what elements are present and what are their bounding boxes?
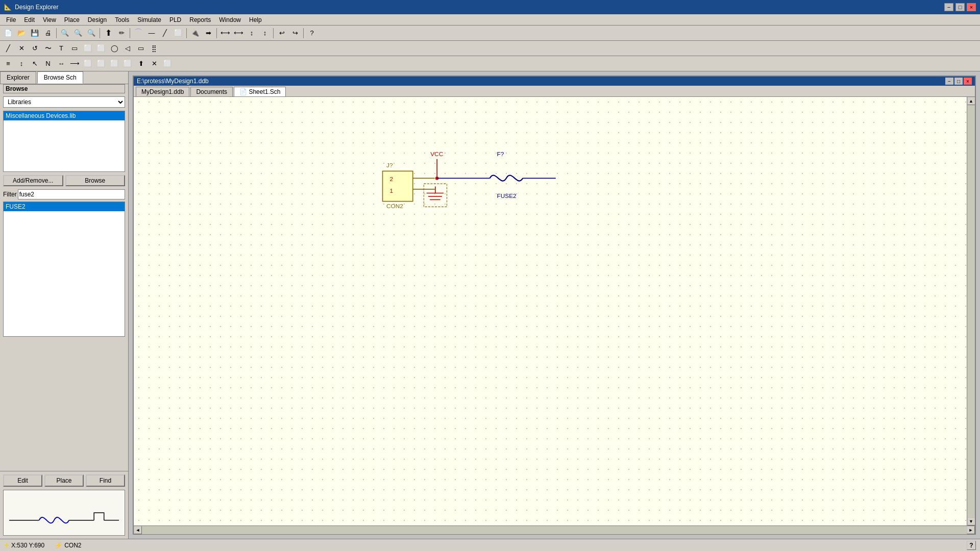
menu-simulate[interactable]: Simulate [133, 15, 165, 24]
align-left-button[interactable]: ↕ [246, 27, 258, 39]
component-item-fuse2[interactable]: FUSE2 [4, 202, 125, 211]
box4-button[interactable]: ⬜ [95, 58, 107, 70]
scroll-left-button[interactable]: ◄ [134, 526, 142, 534]
scroll-track-horizontal[interactable] [142, 526, 967, 534]
mirror-x-button[interactable]: ⟷ [219, 27, 231, 39]
rotate-button[interactable]: ↺ [29, 42, 41, 55]
maximize-button[interactable]: □ [955, 3, 965, 11]
filter-input[interactable] [18, 189, 125, 199]
menu-file[interactable]: File [2, 15, 20, 24]
align-v-button[interactable]: ↕ [15, 58, 28, 70]
tab-explorer[interactable]: Explorer [0, 71, 36, 84]
sep-3 [130, 28, 130, 38]
line-button[interactable]: ╱ [2, 42, 14, 55]
menu-window[interactable]: Window [215, 15, 245, 24]
open-button[interactable]: 📂 [15, 27, 28, 39]
print-button[interactable]: 🖨 [42, 27, 54, 39]
sch-close-button[interactable]: × [964, 78, 972, 85]
select-button[interactable]: ↖ [29, 58, 41, 70]
schematic-tabs: MyDesign1.ddb Documents 📄 Sheet1.Sch [134, 86, 975, 97]
wire-button[interactable]: ⌒ [132, 27, 144, 39]
move-button[interactable]: ≡ [2, 58, 14, 70]
edit-button[interactable]: Edit [3, 474, 42, 487]
libraries-list: Miscellaneous Devices.lib [3, 111, 125, 172]
grid-button[interactable]: ⣿ [148, 42, 160, 55]
menu-edit[interactable]: Edit [20, 15, 39, 24]
schematic-controls: − □ × [945, 78, 972, 85]
menu-reports[interactable]: Reports [185, 15, 215, 24]
square-button[interactable]: ⬜ [82, 42, 94, 55]
tab-browse-sch[interactable]: Browse Sch [37, 71, 83, 84]
special-button[interactable]: ⬜ [161, 58, 174, 70]
net-button[interactable]: N [42, 58, 54, 70]
svg-text:F?: F? [497, 151, 504, 158]
pen-button[interactable]: ✏ [115, 27, 128, 39]
left-panel: Explorer Browse Sch Browse Libraries Com… [0, 71, 129, 539]
undo-button[interactable]: ↩ [276, 27, 288, 39]
component-button[interactable]: 🔌 [189, 27, 201, 39]
library-item-misc[interactable]: Miscellaneous Devices.lib [4, 111, 125, 120]
menu-pld[interactable]: PLD [165, 15, 185, 24]
zoom-out-button[interactable]: 🔍 [72, 27, 84, 39]
help-status-icon[interactable]: ? [967, 541, 976, 550]
sch-maximize-button[interactable]: □ [954, 78, 963, 85]
new-button[interactable]: 📄 [2, 27, 14, 39]
minimize-button[interactable]: − [944, 3, 953, 11]
scroll-right-button[interactable]: ► [967, 526, 975, 534]
save-button[interactable]: 💾 [29, 27, 41, 39]
mirror-y-button[interactable]: ⟷ [232, 27, 244, 39]
box3-button[interactable]: ⬜ [82, 58, 94, 70]
window-controls: − □ × [944, 3, 976, 11]
box5-button[interactable]: ⬜ [108, 58, 120, 70]
tab-documents[interactable]: Documents [190, 87, 233, 96]
place-button[interactable]: Place [44, 474, 84, 487]
libraries-dropdown[interactable]: Libraries Components Footprints [3, 96, 125, 108]
redo-button[interactable]: ↪ [289, 27, 301, 39]
cross-button[interactable]: ✕ [15, 42, 28, 55]
sch-minimize-button[interactable]: − [945, 78, 953, 85]
schematic-area: E:\protess\MyDesign1.ddb − □ × MyDesign1… [129, 71, 980, 539]
filter-label: Filter [3, 191, 17, 198]
no-erc-button[interactable]: ⬜ [172, 27, 184, 39]
menu-place[interactable]: Place [60, 15, 84, 24]
align-right-button[interactable]: ↕ [259, 27, 271, 39]
close-button[interactable]: × [967, 3, 976, 11]
arc-button[interactable]: ◁ [121, 42, 134, 55]
menu-view[interactable]: View [39, 15, 60, 24]
scroll-down-button[interactable]: ▼ [967, 517, 975, 525]
box-button[interactable]: ▭ [135, 42, 147, 55]
circle-button[interactable]: ◯ [108, 42, 120, 55]
schematic-canvas[interactable]: 2 1 J? CON2 VCC [134, 97, 967, 525]
menu-design[interactable]: Design [84, 15, 111, 24]
scroll-track-vertical[interactable] [967, 105, 975, 517]
junction-button[interactable]: ╱ [159, 27, 171, 39]
filter-row: Filter [3, 189, 125, 199]
scroll-up-button[interactable]: ⬆ [102, 27, 114, 39]
menu-tools[interactable]: Tools [111, 15, 133, 24]
arrow-right-button[interactable]: ⟶ [68, 58, 81, 70]
up-button[interactable]: ⬆ [135, 58, 147, 70]
text-button[interactable]: T [55, 42, 67, 55]
menu-help[interactable]: Help [245, 15, 266, 24]
help-button[interactable]: ? [306, 27, 318, 39]
scroll-up-button[interactable]: ▲ [967, 97, 975, 105]
find-button[interactable]: Find [86, 474, 125, 487]
box6-button[interactable]: ⬜ [121, 58, 134, 70]
wave-button[interactable]: 〜 [42, 42, 54, 55]
tab-mydesign1[interactable]: MyDesign1.ddb [136, 87, 189, 96]
menu-bar: File Edit View Place Design Tools Simula… [0, 14, 980, 26]
square2-button[interactable]: ⬜ [95, 42, 107, 55]
zoom-in-button[interactable]: 🔍 [59, 27, 71, 39]
crosshair-icon: ✛ [4, 542, 9, 549]
bus-button[interactable]: — [145, 27, 158, 39]
sheet1-tab-icon: 📄 [239, 88, 249, 95]
next-button[interactable]: ↔ [55, 58, 67, 70]
zoom-fit-button[interactable]: 🔍 [85, 27, 97, 39]
power-button[interactable]: ➡ [202, 27, 214, 39]
net-item: ⚡ CON2 [55, 542, 81, 549]
add-remove-button[interactable]: Add/Remove... [3, 175, 63, 186]
rect-button[interactable]: ▭ [68, 42, 81, 55]
tab-sheet1[interactable]: 📄 Sheet1.Sch [234, 87, 286, 96]
x-button[interactable]: ✕ [148, 58, 160, 70]
browse-library-button[interactable]: Browse [65, 175, 126, 186]
